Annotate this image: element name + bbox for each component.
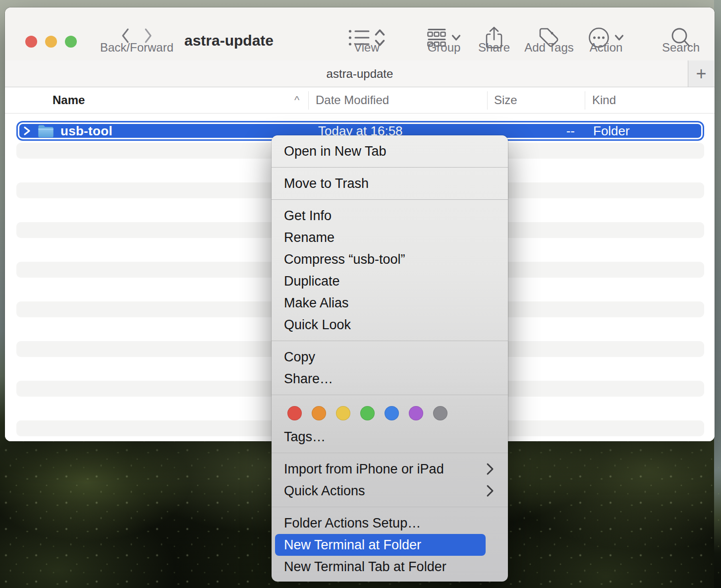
search-button[interactable]: Search [655,7,707,60]
view-label: View [354,41,380,55]
group-dropdown-chevron-icon [451,34,461,41]
tag-color-row [272,400,508,426]
column-header-date-modified[interactable]: Date Modified [316,93,389,107]
green-tag-button[interactable] [360,406,375,420]
menu-separator [272,507,508,507]
menu-item-new-terminal-at-folder[interactable]: New Terminal at Folder [275,534,486,556]
tab-astra-update[interactable]: astra-update [5,60,715,87]
add-tags-button[interactable]: Add Tags [520,7,578,60]
search-label: Search [662,41,700,55]
toolbar: Back/Forward astra-update [5,7,715,60]
menu-item-tags[interactable]: Tags… [272,426,508,448]
menu-item-quick-actions[interactable]: Quick Actions [272,480,508,502]
column-header-name[interactable]: Name [53,93,85,107]
action-button[interactable]: Action [580,7,632,60]
purple-tag-button[interactable] [409,406,423,420]
menu-separator [272,395,508,395]
folder-icon [38,124,54,138]
view-button[interactable]: View [336,7,397,60]
menu-item-folder-actions-setup[interactable]: Folder Actions Setup… [272,512,508,534]
menu-item-duplicate[interactable]: Duplicate [272,270,508,292]
menu-separator [272,199,508,200]
group-label: Group [428,41,461,55]
close-window-button[interactable] [25,36,37,48]
menu-item-get-info[interactable]: Get Info [272,205,508,227]
minimize-window-button[interactable] [45,36,57,48]
menu-item-share[interactable]: Share… [272,368,508,390]
column-header-size[interactable]: Size [494,93,517,107]
column-header-kind[interactable]: Kind [592,93,616,107]
zoom-window-button[interactable] [65,36,77,48]
menu-item-new-terminal-tab-at-folder[interactable]: New Terminal Tab at Folder [272,556,508,578]
file-name: usb-tool [60,123,112,139]
action-label: Action [590,41,623,55]
disclosure-chevron-icon[interactable] [23,126,31,136]
blue-tag-button[interactable] [385,406,399,420]
menu-item-make-alias[interactable]: Make Alias [272,292,508,314]
gray-tag-button[interactable] [433,406,447,420]
red-tag-button[interactable] [287,406,302,420]
back-forward-group: Back/Forward [98,7,175,60]
orange-tag-button[interactable] [312,406,326,420]
column-divider[interactable] [308,91,309,110]
traffic-lights [25,36,77,48]
submenu-chevron-icon [486,480,494,502]
menu-item-move-to-trash[interactable]: Move to Trash [272,173,508,194]
action-dropdown-chevron-icon [614,34,624,41]
column-header-row: Name ^ Date Modified Size Kind [5,87,715,114]
menu-item-import-from-iphone-or-ipad[interactable]: Import from iPhone or iPad [272,458,508,480]
share-label: Share [478,41,510,55]
menu-item-compress-usb-tool[interactable]: Compress “usb-tool” [272,248,508,270]
menu-separator [272,453,508,453]
tab-bar: astra-update + [5,60,715,87]
menu-item-open-in-new-tab[interactable]: Open in New Tab [272,140,508,162]
yellow-tag-button[interactable] [336,406,350,420]
menu-separator [272,167,508,168]
back-forward-label: Back/Forward [100,41,173,55]
submenu-chevron-icon [486,458,494,480]
file-size: -- [535,123,575,139]
add-tags-label: Add Tags [524,41,574,55]
file-kind: Folder [593,123,630,139]
menu-item-rename[interactable]: Rename [272,227,508,248]
column-divider[interactable] [585,91,585,110]
menu-item-copy[interactable]: Copy [272,346,508,368]
new-tab-button[interactable]: + [688,60,714,87]
sort-ascending-icon: ^ [294,94,299,107]
window-title: astra-update [179,32,278,49]
column-divider[interactable] [487,91,488,110]
context-menu: Open in New TabMove to TrashGet InfoRena… [272,135,508,582]
group-button[interactable]: Group [413,7,475,60]
menu-separator [272,341,508,341]
share-button[interactable]: Share [473,7,515,60]
menu-item-quick-look[interactable]: Quick Look [272,314,508,336]
